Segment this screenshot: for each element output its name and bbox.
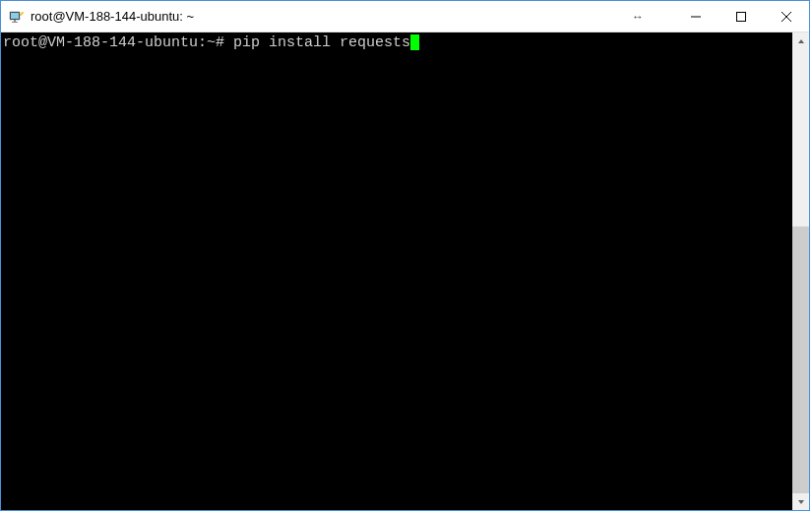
minimize-button[interactable] <box>673 1 718 32</box>
window-title: root@VM-188-144-ubuntu: ~ <box>31 9 632 24</box>
close-button[interactable] <box>764 1 809 32</box>
window-controls <box>673 1 809 32</box>
svg-rect-3 <box>12 22 18 23</box>
scroll-thumb[interactable] <box>792 226 809 493</box>
putty-icon <box>9 9 25 25</box>
svg-rect-1 <box>11 13 19 19</box>
resize-indicator-icon: ↔ <box>632 10 644 24</box>
terminal-command: pip install requests <box>233 34 410 51</box>
terminal-prompt: root@VM-188-144-ubuntu:~# <box>3 34 233 51</box>
scroll-track[interactable] <box>792 49 809 493</box>
scroll-up-button[interactable] <box>792 32 809 49</box>
terminal-area: root@VM-188-144-ubuntu:~# pip install re… <box>1 32 809 510</box>
terminal-content[interactable]: root@VM-188-144-ubuntu:~# pip install re… <box>1 32 792 510</box>
svg-rect-2 <box>14 20 16 22</box>
terminal-window: root@VM-188-144-ubuntu: ~ ↔ root@VM-188-… <box>0 0 810 511</box>
titlebar[interactable]: root@VM-188-144-ubuntu: ~ ↔ <box>1 1 809 32</box>
vertical-scrollbar[interactable] <box>792 32 809 510</box>
maximize-button[interactable] <box>718 1 764 32</box>
terminal-cursor <box>410 34 419 50</box>
svg-rect-5 <box>737 12 746 21</box>
scroll-down-button[interactable] <box>792 493 809 510</box>
